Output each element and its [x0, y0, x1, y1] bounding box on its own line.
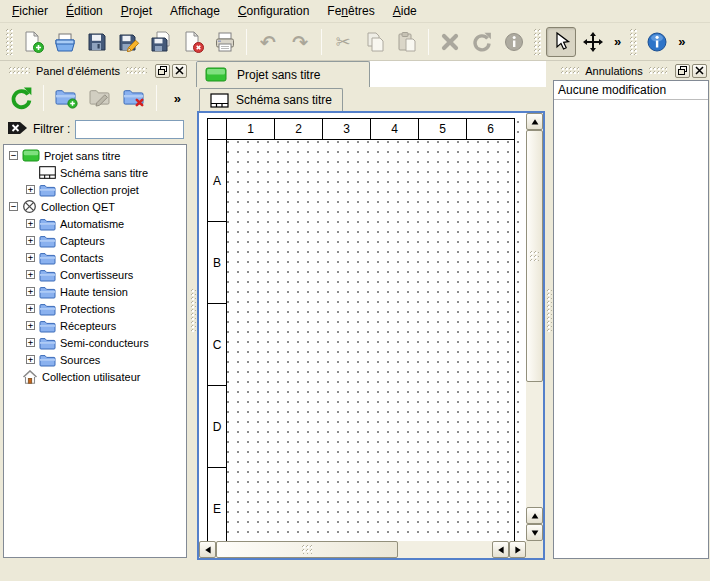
menu-item-configuration[interactable]: Configuration — [229, 1, 318, 21]
vertical-scrollbar[interactable] — [526, 113, 543, 541]
scroll-up-button[interactable] — [526, 113, 543, 130]
dock-drag-texture — [9, 67, 30, 75]
float-panel-button[interactable] — [155, 64, 170, 78]
tree-item-contacts[interactable]: +Contacts — [4, 249, 186, 266]
tree-item-projet-sans-titre[interactable]: −Projet sans titre — [4, 147, 186, 164]
horizontal-scrollbar[interactable] — [199, 541, 526, 558]
filter-input[interactable] — [75, 120, 184, 139]
vertical-scroll-thumb[interactable] — [526, 130, 543, 382]
tree-item-protections[interactable]: +Protections — [4, 300, 186, 317]
save-all-button[interactable] — [146, 27, 176, 57]
expand-icon[interactable]: + — [26, 270, 35, 279]
paste-icon — [395, 30, 419, 54]
menu-bar: FichierÉditionProjetAffichageConfigurati… — [0, 0, 710, 23]
tree-item-schema-sans-titre[interactable]: Schéma sans titre — [4, 164, 186, 181]
tree-item-semi-conducteurs[interactable]: +Semi-conducteurs — [4, 334, 186, 351]
tree-item-collection-qet[interactable]: −Collection QET — [4, 198, 186, 215]
save-as-icon — [117, 30, 141, 54]
tree-item-haute-tension[interactable]: +Haute tension — [4, 283, 186, 300]
row-header-e: E — [207, 468, 227, 541]
toolbar-extension-button[interactable]: » — [611, 34, 624, 49]
elements-panel-titlebar[interactable]: Panel d'éléments — [0, 61, 190, 80]
rotate-button[interactable] — [467, 27, 497, 57]
print-button[interactable] — [210, 27, 240, 57]
open-project-button[interactable] — [50, 27, 80, 57]
reload-collections-icon — [8, 85, 34, 111]
diagram-view: 123456 ABCDE — [197, 111, 545, 560]
expand-icon[interactable]: + — [26, 338, 35, 347]
move-mode-button[interactable] — [578, 27, 608, 57]
tree-item-automatisme[interactable]: +Automatisme — [4, 215, 186, 232]
tree-item-label: Capteurs — [60, 235, 105, 247]
horizontal-scroll-thumb[interactable] — [216, 541, 398, 558]
scroll-left-button-right[interactable] — [492, 541, 509, 558]
edit-category-button[interactable] — [84, 83, 116, 113]
tab-schema[interactable]: Schéma sans titre — [199, 88, 343, 111]
scroll-left-button[interactable] — [199, 541, 216, 558]
tree-item-convertisseurs[interactable]: +Convertisseurs — [4, 266, 186, 283]
scrollbar-corner — [526, 541, 543, 558]
about-button[interactable] — [642, 27, 672, 57]
tab-project[interactable]: Projet sans titre — [196, 61, 370, 87]
tree-item-collection-projet[interactable]: +Collection projet — [4, 181, 186, 198]
expand-icon[interactable]: + — [26, 321, 35, 330]
expand-icon[interactable]: + — [26, 185, 35, 194]
expand-icon[interactable]: + — [26, 253, 35, 262]
close-icon — [695, 63, 704, 78]
save-as-button[interactable] — [114, 27, 144, 57]
float-panel-button[interactable] — [675, 64, 690, 78]
tab-project-label: Projet sans titre — [237, 68, 320, 82]
diagram-canvas[interactable]: 123456 ABCDE — [199, 113, 526, 541]
menu-item-edition[interactable]: Édition — [57, 1, 112, 21]
expand-icon[interactable]: + — [26, 219, 35, 228]
folder-icon — [39, 268, 56, 282]
scroll-up-button-bottom[interactable] — [526, 507, 543, 524]
collapse-icon[interactable]: − — [9, 202, 18, 211]
expand-icon[interactable]: + — [26, 287, 35, 296]
delete-button[interactable] — [435, 27, 465, 57]
redo-button[interactable]: ↷ — [285, 27, 315, 57]
reload-collections-button[interactable] — [5, 83, 37, 113]
menu-item-affichage[interactable]: Affichage — [161, 1, 229, 21]
select-mode-button[interactable] — [546, 27, 576, 57]
copy-button[interactable] — [360, 27, 390, 57]
menu-item-aide[interactable]: Aide — [384, 1, 426, 21]
close-panel-button[interactable] — [172, 64, 187, 78]
clear-filter-icon[interactable] — [6, 120, 28, 139]
toolbar-separator — [43, 85, 44, 111]
save-button[interactable] — [82, 27, 112, 57]
expand-icon[interactable]: + — [26, 236, 35, 245]
scroll-right-button[interactable] — [509, 541, 526, 558]
arrow-down-icon — [531, 525, 539, 540]
menu-item-projet[interactable]: Projet — [112, 1, 161, 21]
collapse-icon[interactable]: − — [9, 151, 18, 160]
close-document-button[interactable] — [178, 27, 208, 57]
home-icon — [22, 370, 38, 384]
drawing-area[interactable] — [227, 140, 515, 541]
menu-item-fenetres[interactable]: Fenêtres — [318, 1, 383, 21]
new-document-button[interactable] — [18, 27, 48, 57]
toolbar-extension-button[interactable]: » — [171, 91, 184, 106]
project-folder-icon — [205, 67, 227, 82]
cut-button[interactable]: ✂ — [328, 27, 358, 57]
close-panel-button[interactable] — [692, 64, 707, 78]
tree-item-collection-utilisateur[interactable]: Collection utilisateur — [4, 368, 186, 385]
undo-panel-titlebar[interactable]: Annulations — [552, 61, 710, 80]
restore-icon — [678, 63, 687, 78]
tree-item-capteurs[interactable]: +Capteurs — [4, 232, 186, 249]
info-button[interactable] — [499, 27, 529, 57]
menu-item-fichier[interactable]: Fichier — [3, 1, 57, 21]
column-header-5: 5 — [419, 118, 467, 140]
expand-icon[interactable]: + — [26, 304, 35, 313]
tree-item-sources[interactable]: +Sources — [4, 351, 186, 368]
scroll-down-button[interactable] — [526, 524, 543, 541]
undo-button[interactable]: ↶ — [253, 27, 283, 57]
delete-category-button[interactable] — [118, 83, 150, 113]
undo-list-item[interactable]: Aucune modification — [554, 81, 708, 100]
tree-item-recepteurs[interactable]: +Récepteurs — [4, 317, 186, 334]
paste-button[interactable] — [392, 27, 422, 57]
toolbar-extension-button[interactable]: » — [675, 34, 688, 49]
folder-icon — [39, 285, 56, 299]
new-category-button[interactable] — [50, 83, 82, 113]
expand-icon[interactable]: + — [26, 355, 35, 364]
